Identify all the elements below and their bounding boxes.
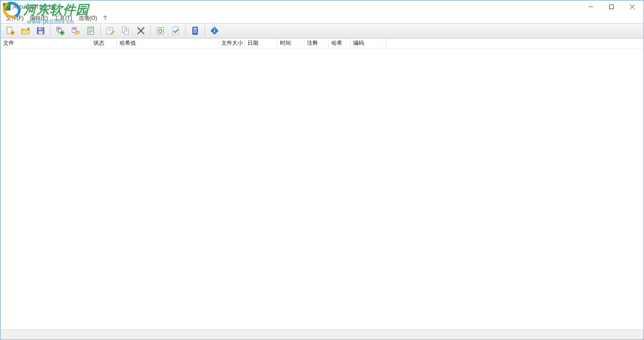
open-button[interactable] bbox=[18, 24, 33, 38]
col-file[interactable]: 文件 bbox=[0, 38, 91, 48]
save-disk-icon bbox=[36, 26, 46, 36]
svg-rect-44 bbox=[195, 32, 196, 33]
properties-button[interactable] bbox=[84, 24, 98, 38]
delete-button[interactable] bbox=[134, 24, 148, 38]
menu-help[interactable]: ? bbox=[101, 14, 109, 22]
svg-rect-45 bbox=[196, 32, 197, 33]
calculator-icon bbox=[190, 26, 200, 36]
svg-rect-12 bbox=[41, 28, 42, 30]
refresh-button[interactable] bbox=[153, 24, 168, 38]
toolbar-separator bbox=[150, 25, 151, 37]
new-button[interactable] bbox=[3, 24, 17, 38]
titlebar: AccuHash 2.0.18 bbox=[0, 0, 644, 13]
svg-rect-22 bbox=[89, 28, 93, 29]
svg-rect-48 bbox=[214, 30, 215, 33]
toolbar-separator bbox=[100, 25, 101, 37]
column-headers: 文件 状态 哈希值 文件大小 日期 时间 注释 哈希 编码 bbox=[0, 38, 644, 48]
svg-rect-10 bbox=[38, 28, 42, 30]
svg-rect-30 bbox=[124, 29, 128, 34]
menubar: 文件(F) 编辑(E) 工具(T) 选项(O) ? bbox=[0, 13, 644, 23]
menu-edit[interactable]: 编辑(E) bbox=[27, 14, 51, 23]
svg-point-47 bbox=[214, 28, 215, 29]
svg-rect-35 bbox=[157, 28, 164, 34]
menu-tools[interactable]: 工具(T) bbox=[51, 14, 75, 23]
svg-rect-11 bbox=[38, 31, 42, 34]
svg-rect-41 bbox=[195, 30, 196, 31]
info-icon bbox=[210, 26, 219, 36]
refresh-icon bbox=[155, 26, 165, 36]
new-file-icon bbox=[5, 26, 15, 36]
col-hash[interactable]: 哈希 bbox=[329, 38, 350, 48]
app-icon bbox=[3, 3, 10, 10]
col-date[interactable]: 日期 bbox=[245, 38, 277, 48]
add-files-icon bbox=[55, 26, 65, 36]
save-button[interactable] bbox=[33, 24, 48, 38]
svg-rect-20 bbox=[73, 28, 76, 30]
col-hashvalue[interactable]: 哈希值 bbox=[117, 38, 219, 48]
svg-rect-42 bbox=[196, 30, 197, 31]
toolbar-separator bbox=[205, 25, 205, 37]
col-comment[interactable]: 注释 bbox=[304, 38, 329, 48]
svg-rect-1 bbox=[610, 5, 614, 9]
copy-icon bbox=[121, 26, 131, 36]
about-button[interactable] bbox=[207, 24, 222, 38]
toolbar-separator bbox=[185, 25, 186, 37]
calculator-button[interactable] bbox=[188, 24, 202, 38]
add-files-button[interactable] bbox=[53, 24, 67, 38]
col-time[interactable]: 时间 bbox=[277, 38, 304, 48]
properties-icon bbox=[86, 26, 96, 36]
add-folder-icon bbox=[70, 26, 80, 36]
col-filesize[interactable]: 文件大小 bbox=[219, 38, 245, 48]
add-folder-button[interactable] bbox=[68, 24, 83, 38]
svg-rect-40 bbox=[193, 30, 194, 31]
file-list[interactable] bbox=[0, 48, 644, 330]
toolbar bbox=[0, 23, 644, 38]
menu-options[interactable]: 选项(O) bbox=[76, 14, 100, 23]
svg-rect-39 bbox=[193, 28, 196, 30]
col-encoding[interactable]: 编码 bbox=[350, 38, 387, 48]
edit-pencil-icon bbox=[105, 26, 115, 36]
verify-check-icon bbox=[171, 26, 181, 36]
menu-file[interactable]: 文件(F) bbox=[3, 14, 26, 23]
open-folder-icon bbox=[20, 26, 30, 36]
maximize-button[interactable] bbox=[601, 0, 622, 13]
close-button[interactable] bbox=[622, 0, 643, 13]
svg-rect-43 bbox=[193, 32, 194, 33]
copy-button[interactable] bbox=[118, 24, 133, 38]
window-title: AccuHash 2.0.18 bbox=[13, 4, 54, 10]
statusbar bbox=[0, 330, 644, 340]
edit-button[interactable] bbox=[103, 24, 117, 38]
minimize-button[interactable] bbox=[580, 0, 601, 13]
delete-x-icon bbox=[136, 26, 146, 36]
col-status[interactable]: 状态 bbox=[91, 38, 117, 48]
verify-button[interactable] bbox=[168, 24, 183, 38]
toolbar-separator bbox=[50, 25, 51, 37]
svg-rect-15 bbox=[58, 28, 60, 30]
